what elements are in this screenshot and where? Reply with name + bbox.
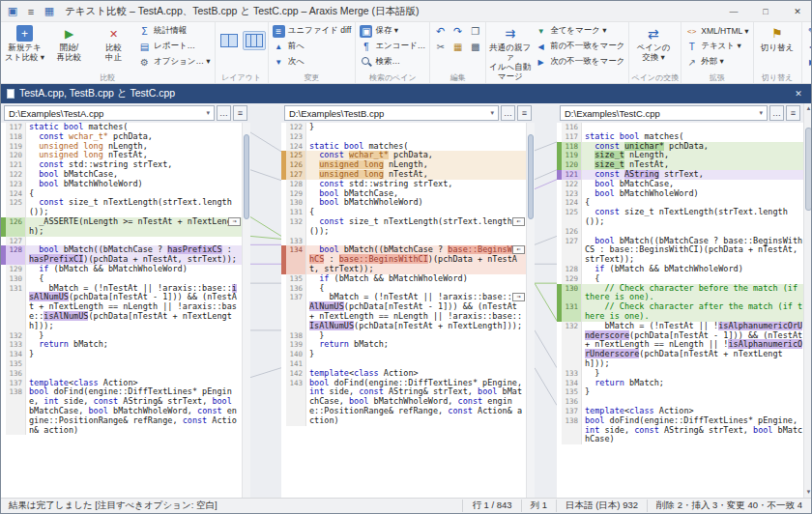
code-line[interactable]: 123 bool bMatchWholeWord) — [1, 180, 242, 189]
code-line[interactable]: 134} — [1, 350, 242, 359]
ribbon-button[interactable]: Σ統計情報 — [136, 23, 213, 39]
maximize-button[interactable]: □ — [752, 1, 779, 21]
code-line[interactable]: 142template<class Action> — [281, 369, 526, 379]
pane-menu-button[interactable]: ≡ — [517, 105, 532, 121]
code-line[interactable]: 129 bool bMatchCase, — [281, 189, 526, 199]
scrollbar-track[interactable] — [804, 114, 811, 487]
ribbon-button[interactable]: ⚙オプション… ▾ — [136, 54, 213, 70]
ribbon-button[interactable]: Tテキスト ▾ — [683, 39, 750, 54]
code-line[interactable]: 131 // Check character after the match (… — [557, 302, 803, 322]
scrollbar-thumb[interactable] — [805, 128, 811, 211]
ribbon-button[interactable]: ¶エンコード… — [358, 39, 427, 54]
browse-button[interactable]: … — [217, 105, 231, 121]
ribbon-button[interactable]: ▤レポート… — [136, 39, 213, 54]
code-line[interactable]: 125 const wchar_t* pchData, — [281, 151, 526, 160]
browse-button[interactable]: … — [501, 105, 515, 121]
pane-menu-button[interactable]: ≡ — [786, 105, 800, 121]
code-line[interactable]: 127 unsigned long nTestAt, — [281, 170, 526, 180]
code-line[interactable]: 116 — [557, 123, 803, 132]
code-line[interactable]: 130 bool bMatchWholeWord) — [281, 198, 526, 208]
copy-button[interactable]: ❐ — [467, 24, 483, 39]
code-line[interactable]: 120 unsigned long nTestAt, — [1, 151, 242, 160]
ribbon-button[interactable]: ◀前へ — [804, 39, 811, 54]
code-line[interactable]: 135} — [557, 387, 803, 397]
scrollbar[interactable] — [526, 123, 535, 498]
code-line[interactable]: 132 bMatch = (!nTestAt || !isAlphanumeri… — [557, 322, 803, 369]
code-line[interactable]: 117static bool matches( — [557, 132, 803, 142]
ribbon-button[interactable]: ✕比較中止 — [92, 23, 135, 62]
code-line[interactable]: 124static bool matches( — [281, 142, 526, 152]
code-line[interactable]: 128 if (bMatch && bMatchWholeWord) — [557, 265, 803, 274]
ribbon-button[interactable]: ▼全てをマーク ▾ — [533, 23, 626, 39]
code-line[interactable]: 134 bool bMatch((bMatchCase ? base::Begi… — [281, 245, 526, 273]
code-line[interactable]: 127 bool bMatch((bMatchCase ? base::Begi… — [557, 237, 803, 265]
code-line[interactable]: 135 if (bMatch && bMatchWholeWord) — [281, 274, 526, 284]
code-line[interactable]: 121 const std::wstring strText, — [1, 160, 242, 170]
code-line[interactable]: 120 size_t nTestAt, — [557, 160, 803, 170]
two-pane-layout-button[interactable] — [218, 31, 241, 50]
code-line[interactable]: 118 const wchar_t* pchData, — [1, 132, 242, 142]
ribbon-button[interactable]: ✎コメントの編集… — [804, 23, 811, 39]
code-line[interactable]: 129 { — [557, 274, 803, 284]
ribbon-button[interactable]: ◀前の不一致をマーク — [533, 39, 626, 54]
code-editor[interactable]: 117static bool matches(118 const wchar_t… — [1, 123, 242, 498]
ribbon-button[interactable]: ↗外部 ▾ — [683, 54, 750, 70]
code-line[interactable]: 126 — [557, 227, 803, 237]
code-line[interactable]: 131 bMatch = (!nTestAt || !araxis::base:… — [1, 284, 242, 331]
ribbon-button[interactable]: <>XML/HTML ▾ — [683, 23, 750, 39]
code-line[interactable]: 124{ — [557, 198, 803, 208]
code-line[interactable]: 132 const size_t nTextLength(strText.len… — [281, 217, 526, 237]
code-line[interactable]: 119 size_t nLength, — [557, 151, 803, 160]
code-line[interactable]: 131{ — [281, 208, 526, 217]
ribbon-button[interactable]: ▣保存 ▾ — [358, 23, 427, 39]
code-line[interactable]: 122 bool bMatchCase, — [557, 180, 803, 189]
new-comparison-icon[interactable]: ▦ — [43, 5, 56, 18]
code-line[interactable]: 126 unsigned long nLength, — [281, 160, 526, 170]
code-line[interactable]: 127 — [1, 237, 242, 246]
code-line[interactable]: 139 return bMatch; — [281, 340, 526, 350]
code-line[interactable]: 125 const size_t nTextLength(strText.len… — [557, 208, 803, 227]
pane-menu-button[interactable]: ≡ — [233, 105, 247, 121]
code-line[interactable]: 122 bool bMatchCase, — [1, 170, 242, 180]
code-line[interactable]: 137template<class Action> — [1, 379, 242, 388]
merge-arrow-button[interactable]: ← — [512, 217, 525, 226]
scrollbar-thumb[interactable] — [244, 134, 249, 219]
three-pane-layout-button[interactable] — [243, 31, 266, 50]
code-line[interactable]: 133 return bMatch; — [1, 340, 242, 350]
scrollbar-thumb[interactable] — [528, 134, 534, 219]
select-all-button[interactable]: ▩ — [467, 40, 483, 54]
code-line[interactable]: 135 — [1, 359, 242, 369]
code-line[interactable]: 119 unsigned long nLength, — [1, 142, 242, 152]
ribbon-button[interactable]: ≡ユニファイド diff — [271, 23, 354, 39]
ribbon-button[interactable]: ▲前へ — [271, 39, 354, 54]
code-line[interactable]: 138bool doFind(engine::DiffTextLines* pE… — [557, 416, 803, 444]
cut-button[interactable]: ✂ — [432, 40, 449, 54]
vertical-scrollbar[interactable]: ▲ ▼ — [803, 103, 811, 498]
ribbon-button[interactable]: ⇉共通の親ファイルへ自動マージ — [488, 23, 532, 81]
code-line[interactable]: 129 if (bMatch && bMatchWholeWord) — [1, 265, 242, 274]
scrollbar[interactable] — [242, 123, 250, 498]
code-line[interactable]: 132 } — [1, 331, 242, 341]
file-path-combo[interactable]: D:\Examples\TestB.cpp ▾ — [284, 105, 499, 121]
browse-button[interactable]: … — [769, 105, 784, 121]
ribbon-button[interactable]: ▶次へ — [804, 54, 811, 70]
code-line[interactable]: 123 — [281, 132, 526, 142]
code-line[interactable]: 138bool doFind(engine::DiffTextLines* pE… — [1, 387, 242, 435]
undo-button[interactable]: ↶ — [432, 24, 449, 39]
ribbon-button[interactable]: ▼次へ — [271, 54, 354, 70]
merge-arrow-button[interactable]: → — [512, 293, 525, 301]
code-line[interactable]: 137template<class Action> — [557, 407, 803, 416]
code-line[interactable]: 137 bMatch = (!nTestAt || !araxis::base:… — [281, 293, 526, 330]
scroll-up-icon[interactable]: ▲ — [804, 103, 811, 114]
code-line[interactable]: 128 bool bMatch((bMatchCase ? hasPrefixC… — [1, 245, 242, 265]
save-icon[interactable]: ▣ — [6, 5, 19, 18]
code-line[interactable]: 130 { — [1, 274, 242, 284]
paste-button[interactable]: ▦ — [450, 40, 466, 54]
merge-arrow-button[interactable]: ← — [512, 245, 525, 254]
code-editor[interactable]: 122}123124static bool matches(125 const … — [281, 123, 526, 498]
code-line[interactable]: 122} — [281, 123, 526, 132]
code-line[interactable]: 136 — [557, 397, 803, 407]
menu-icon[interactable]: ≡ — [24, 5, 38, 18]
code-line[interactable]: 133 } — [557, 369, 803, 379]
ribbon-button[interactable]: +新規テキスト比較 ▾ — [3, 23, 46, 62]
